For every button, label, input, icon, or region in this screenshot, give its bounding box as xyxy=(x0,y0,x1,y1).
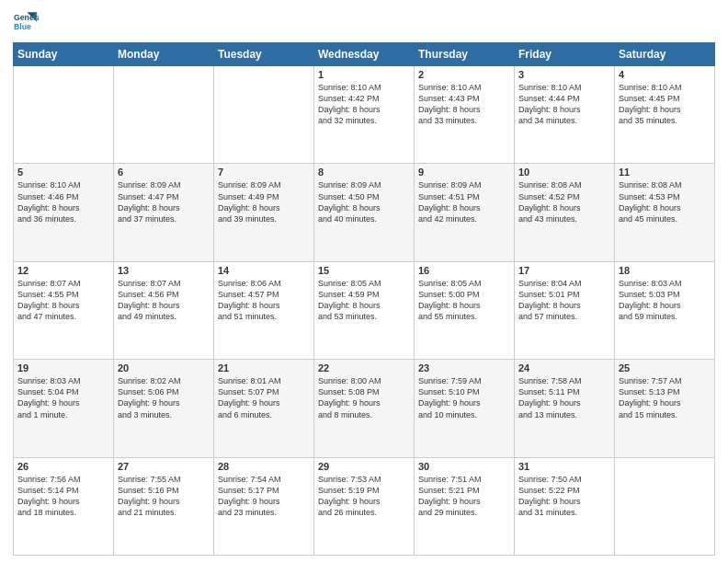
day-number: 25 xyxy=(619,362,711,373)
day-number: 19 xyxy=(17,362,109,373)
day-info: Sunrise: 8:08 AMSunset: 4:52 PMDaylight:… xyxy=(518,179,610,224)
calendar-day-cell: 9Sunrise: 8:09 AMSunset: 4:51 PMDaylight… xyxy=(415,164,515,261)
weekday-header-cell: Thursday xyxy=(415,43,515,66)
day-number: 11 xyxy=(619,167,711,178)
day-number: 20 xyxy=(118,362,210,373)
calendar-day-cell: 4Sunrise: 8:10 AMSunset: 4:45 PMDaylight… xyxy=(615,66,715,164)
day-number: 4 xyxy=(619,69,711,80)
weekday-header-cell: Monday xyxy=(114,43,214,66)
calendar-day-cell: 30Sunrise: 7:51 AMSunset: 5:21 PMDayligh… xyxy=(415,457,515,555)
weekday-header-cell: Sunday xyxy=(14,43,114,66)
svg-text:General: General xyxy=(14,13,39,22)
day-info: Sunrise: 8:09 AMSunset: 4:49 PMDaylight:… xyxy=(218,179,310,224)
day-number: 24 xyxy=(518,362,610,373)
day-info: Sunrise: 8:08 AMSunset: 4:53 PMDaylight:… xyxy=(619,179,711,224)
day-number: 14 xyxy=(218,265,310,276)
day-number: 8 xyxy=(318,167,410,178)
day-info: Sunrise: 8:09 AMSunset: 4:51 PMDaylight:… xyxy=(418,179,510,224)
day-info: Sunrise: 8:10 AMSunset: 4:45 PMDaylight:… xyxy=(619,82,711,127)
weekday-header-cell: Wednesday xyxy=(314,43,415,66)
calendar-day-cell: 11Sunrise: 8:08 AMSunset: 4:53 PMDayligh… xyxy=(615,164,715,261)
day-info: Sunrise: 8:00 AMSunset: 5:08 PMDaylight:… xyxy=(318,375,410,420)
weekday-header-cell: Friday xyxy=(515,43,615,66)
day-number: 1 xyxy=(318,69,410,80)
day-info: Sunrise: 8:07 AMSunset: 4:56 PMDaylight:… xyxy=(118,278,210,323)
day-info: Sunrise: 8:07 AMSunset: 4:55 PMDaylight:… xyxy=(17,278,109,323)
day-info: Sunrise: 8:10 AMSunset: 4:44 PMDaylight:… xyxy=(518,82,610,127)
day-info: Sunrise: 7:58 AMSunset: 5:11 PMDaylight:… xyxy=(518,375,610,420)
day-number: 16 xyxy=(418,265,510,276)
calendar-table: SundayMondayTuesdayWednesdayThursdayFrid… xyxy=(13,42,715,556)
day-info: Sunrise: 8:02 AMSunset: 5:06 PMDaylight:… xyxy=(118,375,210,420)
weekday-header-cell: Tuesday xyxy=(214,43,314,66)
calendar-day-cell: 5Sunrise: 8:10 AMSunset: 4:46 PMDaylight… xyxy=(14,164,114,261)
day-info: Sunrise: 8:10 AMSunset: 4:46 PMDaylight:… xyxy=(17,179,109,224)
day-info: Sunrise: 8:03 AMSunset: 5:04 PMDaylight:… xyxy=(17,375,109,420)
logo-icon: General Blue xyxy=(13,9,39,35)
day-number: 7 xyxy=(218,167,310,178)
day-info: Sunrise: 7:51 AMSunset: 5:21 PMDaylight:… xyxy=(418,474,510,519)
calendar-week-row: 19Sunrise: 8:03 AMSunset: 5:04 PMDayligh… xyxy=(14,360,715,457)
calendar-day-cell: 1Sunrise: 8:10 AMSunset: 4:42 PMDaylight… xyxy=(314,66,415,164)
day-info: Sunrise: 7:57 AMSunset: 5:13 PMDaylight:… xyxy=(619,375,711,420)
day-number: 9 xyxy=(418,167,510,178)
day-number: 5 xyxy=(17,167,109,178)
svg-text:Blue: Blue xyxy=(14,22,31,31)
day-number: 12 xyxy=(17,265,109,276)
calendar-day-cell: 25Sunrise: 7:57 AMSunset: 5:13 PMDayligh… xyxy=(615,360,715,457)
day-number: 15 xyxy=(318,265,410,276)
calendar-day-cell: 17Sunrise: 8:04 AMSunset: 5:01 PMDayligh… xyxy=(515,261,615,359)
day-info: Sunrise: 8:03 AMSunset: 5:03 PMDaylight:… xyxy=(619,278,711,323)
day-number: 30 xyxy=(418,461,510,472)
day-info: Sunrise: 8:05 AMSunset: 5:00 PMDaylight:… xyxy=(418,278,510,323)
day-number: 27 xyxy=(118,461,210,472)
day-info: Sunrise: 8:09 AMSunset: 4:47 PMDaylight:… xyxy=(118,179,210,224)
calendar-day-cell: 10Sunrise: 8:08 AMSunset: 4:52 PMDayligh… xyxy=(515,164,615,261)
calendar-day-cell xyxy=(14,66,114,164)
calendar-week-row: 1Sunrise: 8:10 AMSunset: 4:42 PMDaylight… xyxy=(14,66,715,164)
calendar-day-cell: 26Sunrise: 7:56 AMSunset: 5:14 PMDayligh… xyxy=(14,457,114,555)
calendar-day-cell: 7Sunrise: 8:09 AMSunset: 4:49 PMDaylight… xyxy=(214,164,314,261)
calendar-day-cell: 12Sunrise: 8:07 AMSunset: 4:55 PMDayligh… xyxy=(14,261,114,359)
calendar-week-row: 12Sunrise: 8:07 AMSunset: 4:55 PMDayligh… xyxy=(14,261,715,359)
day-info: Sunrise: 7:59 AMSunset: 5:10 PMDaylight:… xyxy=(418,375,510,420)
weekday-header: SundayMondayTuesdayWednesdayThursdayFrid… xyxy=(14,43,715,66)
day-number: 13 xyxy=(118,265,210,276)
logo: General Blue xyxy=(13,9,39,35)
calendar-day-cell: 2Sunrise: 8:10 AMSunset: 4:43 PMDaylight… xyxy=(415,66,515,164)
day-number: 31 xyxy=(518,461,610,472)
day-number: 23 xyxy=(418,362,510,373)
page: General Blue SundayMondayTuesdayWednesda… xyxy=(0,0,728,563)
day-info: Sunrise: 8:10 AMSunset: 4:42 PMDaylight:… xyxy=(318,82,410,127)
header: General Blue xyxy=(13,9,715,35)
day-info: Sunrise: 8:06 AMSunset: 4:57 PMDaylight:… xyxy=(218,278,310,323)
day-info: Sunrise: 8:05 AMSunset: 4:59 PMDaylight:… xyxy=(318,278,410,323)
day-number: 17 xyxy=(518,265,610,276)
calendar-day-cell xyxy=(114,66,214,164)
calendar-body: 1Sunrise: 8:10 AMSunset: 4:42 PMDaylight… xyxy=(14,66,715,556)
day-number: 26 xyxy=(17,461,109,472)
calendar-day-cell: 22Sunrise: 8:00 AMSunset: 5:08 PMDayligh… xyxy=(314,360,415,457)
calendar-day-cell: 13Sunrise: 8:07 AMSunset: 4:56 PMDayligh… xyxy=(114,261,214,359)
day-number: 6 xyxy=(118,167,210,178)
calendar-day-cell: 27Sunrise: 7:55 AMSunset: 5:16 PMDayligh… xyxy=(114,457,214,555)
day-number: 28 xyxy=(218,461,310,472)
calendar-day-cell: 18Sunrise: 8:03 AMSunset: 5:03 PMDayligh… xyxy=(615,261,715,359)
calendar-day-cell: 16Sunrise: 8:05 AMSunset: 5:00 PMDayligh… xyxy=(415,261,515,359)
day-info: Sunrise: 8:09 AMSunset: 4:50 PMDaylight:… xyxy=(318,179,410,224)
calendar-day-cell xyxy=(214,66,314,164)
day-info: Sunrise: 7:50 AMSunset: 5:22 PMDaylight:… xyxy=(518,474,610,519)
day-info: Sunrise: 7:56 AMSunset: 5:14 PMDaylight:… xyxy=(17,474,109,519)
calendar-day-cell: 24Sunrise: 7:58 AMSunset: 5:11 PMDayligh… xyxy=(515,360,615,457)
calendar-day-cell: 21Sunrise: 8:01 AMSunset: 5:07 PMDayligh… xyxy=(214,360,314,457)
calendar-day-cell: 15Sunrise: 8:05 AMSunset: 4:59 PMDayligh… xyxy=(314,261,415,359)
day-info: Sunrise: 8:04 AMSunset: 5:01 PMDaylight:… xyxy=(518,278,610,323)
day-number: 29 xyxy=(318,461,410,472)
day-number: 21 xyxy=(218,362,310,373)
calendar-day-cell: 14Sunrise: 8:06 AMSunset: 4:57 PMDayligh… xyxy=(214,261,314,359)
weekday-header-cell: Saturday xyxy=(615,43,715,66)
calendar-day-cell: 8Sunrise: 8:09 AMSunset: 4:50 PMDaylight… xyxy=(314,164,415,261)
day-info: Sunrise: 7:55 AMSunset: 5:16 PMDaylight:… xyxy=(118,474,210,519)
day-info: Sunrise: 8:10 AMSunset: 4:43 PMDaylight:… xyxy=(418,82,510,127)
calendar-day-cell: 19Sunrise: 8:03 AMSunset: 5:04 PMDayligh… xyxy=(14,360,114,457)
